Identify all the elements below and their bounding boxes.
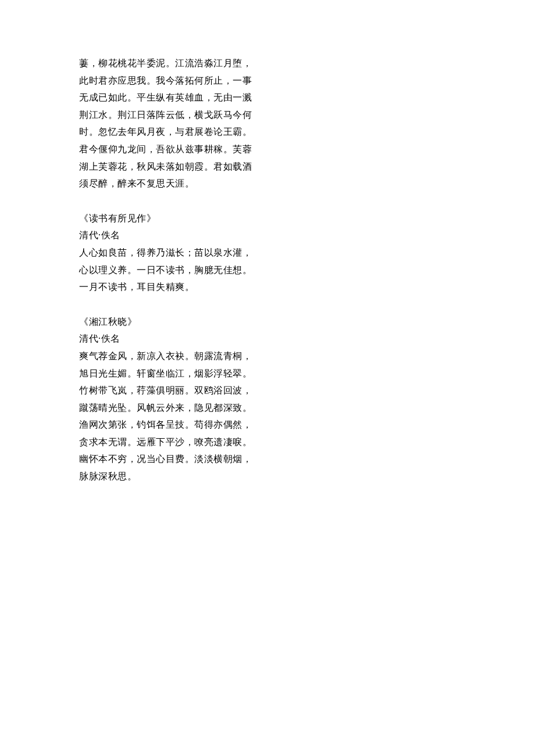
poem-line: 脉脉深秋思。 [79,468,279,485]
poem-title: 《读书有所见作》 [79,210,279,227]
poem-line: 蹴荡晴光坠。风帆云外来，隐见都深致。 [79,399,279,417]
poem-line: 湖上芙蓉花，秋风未落如朝霞。君如载酒 [79,158,279,175]
poem-line: 萋，柳花桃花半委泥。江流浩淼江月堕， [79,55,279,72]
poem-block-2: 《读书有所见作》 清代·佚名 人心如良苗，得养乃滋长；苗以泉水灌， 心以理义养。… [79,210,279,296]
poem-line: 爽气荐金风，新凉入衣袂。朝露流青桐， [79,347,279,365]
poem-line: 渔网次第张，钓饵各呈技。苟得亦偶然， [79,416,279,433]
poem-line: 旭日光生媚。轩窗坐临江，烟影浮轻翠。 [79,365,279,382]
poem-line: 人心如良苗，得养乃滋长；苗以泉水灌， [79,244,279,261]
poem-author: 清代·佚名 [79,227,279,244]
poem-block-1: 萋，柳花桃花半委泥。江流浩淼江月堕， 此时君亦应思我。我今落拓何所止，一事 无成… [79,55,279,192]
poem-line: 心以理义养。一日不读书，胸臆无佳想。 [79,261,279,279]
poem-line: 荆江水。荆江日落阵云低，横戈跃马今何 [79,106,279,124]
poem-line: 无成已如此。平生纵有英雄血，无由一溅 [79,89,279,106]
poem-line: 时。忽忆去年风月夜，与君展卷论王霸。 [79,123,279,141]
poem-line: 竹树带飞岚，荇藻俱明丽。双鸥浴回波， [79,382,279,399]
poem-line: 幽怀本不穷，况当心目费。淡淡横朝烟， [79,450,279,468]
poem-line: 贪求本无谓。远雁下平沙，嘹亮遗凄唳。 [79,433,279,451]
poem-author: 清代·佚名 [79,330,279,347]
poem-line: 君今偃仰九龙间，吾欲从兹事耕稼。芙蓉 [79,141,279,158]
poem-line: 须尽醉，醉来不复思天涯。 [79,175,279,192]
poem-block-3: 《湘江秋晓》 清代·佚名 爽气荐金风，新凉入衣袂。朝露流青桐， 旭日光生媚。轩窗… [79,313,279,485]
poem-line: 一月不读书，耳目失精爽。 [79,278,279,296]
poem-line: 此时君亦应思我。我今落拓何所止，一事 [79,72,279,89]
document-content: 萋，柳花桃花半委泥。江流浩淼江月堕， 此时君亦应思我。我今落拓何所止，一事 无成… [79,55,279,485]
poem-title: 《湘江秋晓》 [79,313,279,331]
